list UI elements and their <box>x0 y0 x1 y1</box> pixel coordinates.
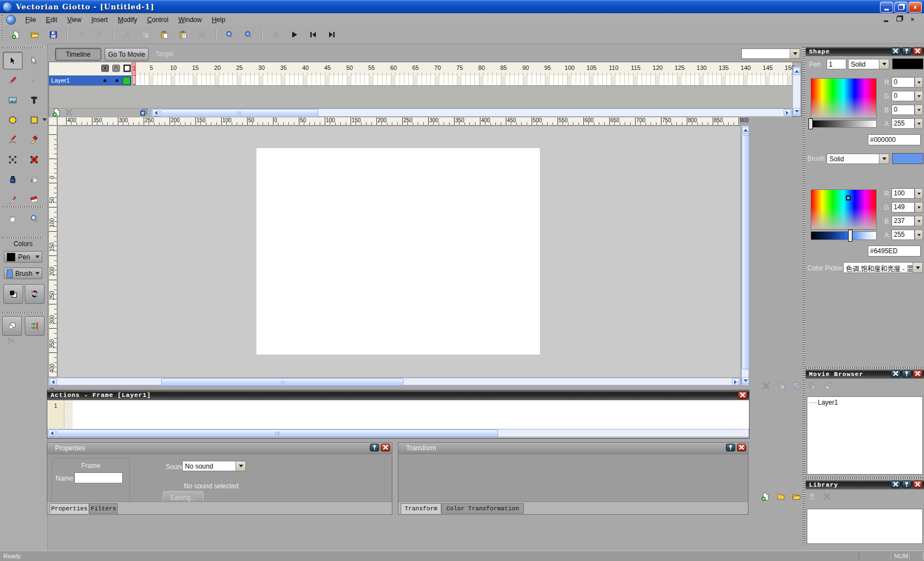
brush-color-selector[interactable]: Brush <box>4 268 42 279</box>
pen-g-spinner[interactable] <box>915 91 923 101</box>
color-field-marker[interactable] <box>846 195 851 200</box>
hide-panel-button[interactable] <box>891 370 900 378</box>
tab-filters[interactable]: Filters <box>89 503 118 514</box>
tab-properties[interactable]: Properties <box>50 503 89 514</box>
color-picker-mode-combobox[interactable]: 色调,饱和度和亮度 - 混 <box>843 262 923 273</box>
tool-options-arrow-icon[interactable] <box>42 118 47 121</box>
brush-slider-handle[interactable] <box>848 230 852 242</box>
pencil-tool[interactable] <box>3 72 23 89</box>
library-gripper[interactable] <box>806 477 924 479</box>
default-colors-button[interactable] <box>3 284 23 304</box>
menubar-gripper[interactable] <box>1 15 3 24</box>
brush-tool[interactable] <box>24 131 44 149</box>
shape-panel-header[interactable]: Shape <box>806 47 924 56</box>
go-to-movie-button[interactable]: Go To Movie <box>105 48 149 61</box>
fill-registration-tool[interactable] <box>24 151 44 168</box>
movie-browser-item[interactable]: Layer1 <box>807 397 922 406</box>
title-bar[interactable]: Vectorian Giotto - [Untitled-1] × <box>0 0 924 13</box>
pen-b-spinner[interactable] <box>915 105 923 115</box>
paste-button[interactable] <box>157 28 172 42</box>
movie-browser-header[interactable]: Movie Browser <box>806 369 924 379</box>
outline-layers-icon[interactable] <box>123 64 132 74</box>
pin-panel-button[interactable] <box>902 47 911 55</box>
script-editor[interactable]: 1 <box>47 400 749 429</box>
tab-transform[interactable]: Transform <box>401 503 441 514</box>
pen-value-slider[interactable] <box>811 120 877 128</box>
layer-frames[interactable] <box>132 75 792 86</box>
layer-name[interactable]: Layer1 <box>49 77 70 84</box>
sound-combobox[interactable]: No sound <box>182 461 246 471</box>
timeline-v-scrollbar[interactable] <box>792 67 801 116</box>
actions-h-scrollbar[interactable] <box>47 429 749 437</box>
chevron-down-icon[interactable] <box>912 263 922 273</box>
close-panel-button[interactable] <box>913 47 922 55</box>
ink-bottle-tool[interactable] <box>3 171 23 188</box>
menu-control[interactable]: Control <box>142 14 173 25</box>
menu-help[interactable]: Help <box>207 14 231 25</box>
pen-slider-handle[interactable] <box>808 118 813 129</box>
scroll-right-button[interactable] <box>732 378 739 385</box>
playhead[interactable] <box>132 75 136 85</box>
scroll-left-button[interactable] <box>152 109 160 116</box>
canvas-v-scrollbar[interactable] <box>741 126 749 385</box>
movie-browser-gripper[interactable] <box>806 367 924 369</box>
mb-copy-branch-button[interactable] <box>777 382 786 391</box>
brush-b-input[interactable]: 237 <box>892 216 915 226</box>
registration-point-tool[interactable] <box>3 151 23 168</box>
scroll-down-button[interactable] <box>793 108 800 115</box>
menu-insert[interactable]: Insert <box>86 14 113 25</box>
timeline-h-scrollbar[interactable] <box>151 108 792 117</box>
brush-r-input[interactable]: 100 <box>892 188 915 199</box>
menu-window[interactable]: Window <box>173 14 207 25</box>
mb-delete-item-button[interactable] <box>762 382 770 391</box>
stage[interactable] <box>256 148 540 355</box>
close-panel-button[interactable] <box>913 370 922 378</box>
pen-a-input[interactable]: 255 <box>892 118 915 129</box>
pen-color-preview[interactable] <box>892 58 923 69</box>
chevron-down-icon[interactable] <box>790 49 800 58</box>
mb-paste-item-button[interactable] <box>823 382 832 391</box>
smooth-pencil-tool[interactable] <box>3 131 23 149</box>
close-panel-button[interactable] <box>738 391 747 399</box>
mb-copy-item-button[interactable] <box>792 382 801 391</box>
go-to-last-frame-button[interactable] <box>324 28 340 42</box>
new-document-button[interactable] <box>8 28 24 42</box>
canvas-view[interactable] <box>57 126 740 377</box>
view-tools-gripper[interactable] <box>2 206 44 208</box>
scroll-down-button[interactable] <box>742 377 749 384</box>
selection-tool[interactable] <box>3 52 23 69</box>
zoom-out-button[interactable] <box>240 28 256 42</box>
pen-hex-input[interactable]: #000000 <box>868 134 921 145</box>
scroll-right-button[interactable] <box>784 109 791 116</box>
canvas-h-scroll-thumb[interactable] <box>161 378 403 386</box>
actions-panel-header[interactable]: Actions - Frame [Layer1] <box>47 390 749 400</box>
show-hide-layers-icon[interactable] <box>101 64 110 74</box>
pin-panel-button[interactable] <box>902 481 911 488</box>
save-button[interactable] <box>46 28 61 42</box>
frame-name-input[interactable] <box>74 472 123 483</box>
subselection-tool[interactable] <box>24 52 44 69</box>
layer-visibility-dot[interactable] <box>103 79 106 82</box>
lasso-tool[interactable] <box>24 72 44 89</box>
brush-color-preview[interactable] <box>892 153 923 164</box>
pen-r-spinner[interactable] <box>915 77 923 88</box>
close-panel-button[interactable] <box>913 481 922 488</box>
swap-colors-button[interactable] <box>25 284 45 304</box>
tab-color-transformation[interactable]: Color Transformation <box>441 503 524 514</box>
hand-tool[interactable] <box>3 210 23 227</box>
layer-row[interactable]: Layer1 <box>49 75 132 86</box>
chevron-down-icon[interactable] <box>879 154 889 164</box>
restore-button[interactable] <box>894 2 907 13</box>
paste-in-place-button[interactable] <box>176 28 191 42</box>
library-new-symbol-button[interactable] <box>761 492 770 502</box>
colors-gripper[interactable] <box>2 237 44 238</box>
brush-color-field[interactable] <box>811 189 877 230</box>
pin-panel-button[interactable] <box>370 444 379 451</box>
close-panel-button[interactable] <box>737 444 746 451</box>
brush-value-slider[interactable] <box>811 231 877 240</box>
layer-lock-dot[interactable] <box>116 79 118 82</box>
hide-panel-button[interactable] <box>891 481 900 488</box>
canvas-v-scroll-thumb[interactable] <box>742 135 750 369</box>
close-button[interactable]: × <box>909 2 922 13</box>
library-open-folder-button[interactable] <box>792 492 801 502</box>
